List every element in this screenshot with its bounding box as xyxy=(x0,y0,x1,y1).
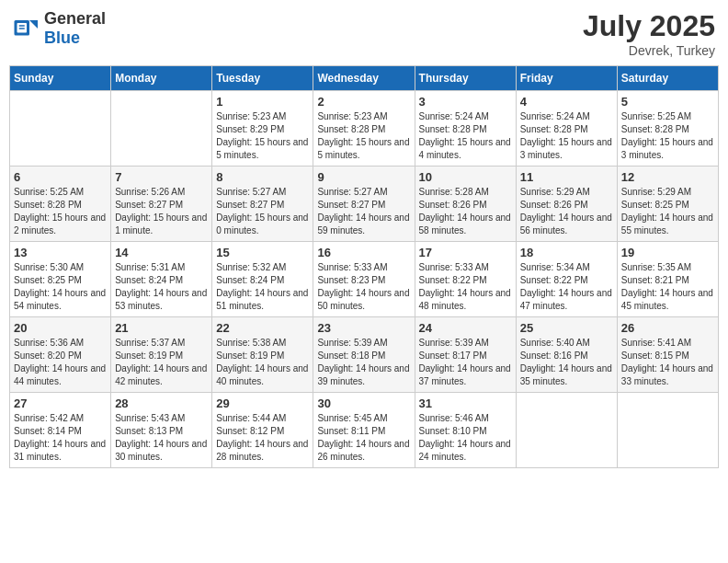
day-detail: Sunrise: 5:27 AMSunset: 8:27 PMDaylight:… xyxy=(216,186,309,237)
day-detail: Sunrise: 5:44 AMSunset: 8:12 PMDaylight:… xyxy=(216,412,309,464)
logo: General Blue xyxy=(13,9,106,48)
logo-text-block: General Blue xyxy=(44,9,106,48)
day-number: 20 xyxy=(14,321,107,335)
day-detail: Sunrise: 5:39 AMSunset: 8:18 PMDaylight:… xyxy=(317,337,410,388)
calendar-title: July 2025 xyxy=(583,9,715,43)
header-tuesday: Tuesday xyxy=(212,66,313,91)
day-detail: Sunrise: 5:37 AMSunset: 8:19 PMDaylight:… xyxy=(115,337,208,388)
weekday-header-row: Sunday Monday Tuesday Wednesday Thursday… xyxy=(10,66,719,91)
day-detail: Sunrise: 5:40 AMSunset: 8:16 PMDaylight:… xyxy=(520,337,613,388)
calendar-week-row: 6Sunrise: 5:25 AMSunset: 8:28 PMDaylight… xyxy=(10,167,719,242)
day-detail: Sunrise: 5:25 AMSunset: 8:28 PMDaylight:… xyxy=(14,186,107,237)
day-detail: Sunrise: 5:41 AMSunset: 8:15 PMDaylight:… xyxy=(621,337,714,388)
day-number: 13 xyxy=(14,246,107,259)
calendar-location: Devrek, Turkey xyxy=(583,43,715,58)
day-detail: Sunrise: 5:36 AMSunset: 8:20 PMDaylight:… xyxy=(14,337,107,388)
day-number: 6 xyxy=(14,170,107,184)
title-block: July 2025 Devrek, Turkey xyxy=(583,9,715,58)
svg-rect-2 xyxy=(19,25,25,27)
day-number: 17 xyxy=(419,246,512,259)
day-number: 11 xyxy=(520,170,613,184)
day-detail: Sunrise: 5:46 AMSunset: 8:10 PMDaylight:… xyxy=(419,412,512,464)
calendar-week-row: 1Sunrise: 5:23 AMSunset: 8:29 PMDaylight… xyxy=(10,91,719,167)
calendar-cell: 2Sunrise: 5:23 AMSunset: 8:28 PMDaylight… xyxy=(313,91,415,167)
day-number: 27 xyxy=(14,396,107,410)
calendar-week-row: 13Sunrise: 5:30 AMSunset: 8:25 PMDayligh… xyxy=(10,242,719,317)
day-detail: Sunrise: 5:31 AMSunset: 8:24 PMDaylight:… xyxy=(115,261,208,313)
calendar-cell xyxy=(516,393,617,468)
calendar-cell: 4Sunrise: 5:24 AMSunset: 8:28 PMDaylight… xyxy=(516,91,617,167)
calendar-cell: 14Sunrise: 5:31 AMSunset: 8:24 PMDayligh… xyxy=(111,242,212,317)
day-number: 21 xyxy=(115,321,208,335)
day-number: 30 xyxy=(317,396,410,410)
calendar-cell xyxy=(10,91,111,167)
calendar-cell: 11Sunrise: 5:29 AMSunset: 8:26 PMDayligh… xyxy=(516,167,617,242)
day-detail: Sunrise: 5:23 AMSunset: 8:29 PMDaylight:… xyxy=(216,110,309,162)
calendar-cell: 30Sunrise: 5:45 AMSunset: 8:11 PMDayligh… xyxy=(313,393,415,468)
calendar-cell: 27Sunrise: 5:42 AMSunset: 8:14 PMDayligh… xyxy=(10,393,111,468)
day-number: 28 xyxy=(115,396,208,410)
header-sunday: Sunday xyxy=(10,66,111,91)
day-number: 3 xyxy=(419,95,512,109)
day-number: 15 xyxy=(216,246,309,259)
day-number: 31 xyxy=(419,396,512,410)
day-number: 29 xyxy=(216,396,309,410)
day-number: 4 xyxy=(520,95,613,109)
calendar-cell: 31Sunrise: 5:46 AMSunset: 8:10 PMDayligh… xyxy=(415,393,516,468)
calendar-cell: 29Sunrise: 5:44 AMSunset: 8:12 PMDayligh… xyxy=(212,393,313,468)
header-friday: Friday xyxy=(516,66,617,91)
calendar-cell: 12Sunrise: 5:29 AMSunset: 8:25 PMDayligh… xyxy=(617,167,718,242)
calendar-cell: 9Sunrise: 5:27 AMSunset: 8:27 PMDaylight… xyxy=(313,167,415,242)
day-number: 23 xyxy=(317,321,410,335)
calendar-week-row: 20Sunrise: 5:36 AMSunset: 8:20 PMDayligh… xyxy=(10,317,719,393)
calendar-cell: 20Sunrise: 5:36 AMSunset: 8:20 PMDayligh… xyxy=(10,317,111,393)
calendar-cell: 7Sunrise: 5:26 AMSunset: 8:27 PMDaylight… xyxy=(111,167,212,242)
calendar-cell: 19Sunrise: 5:35 AMSunset: 8:21 PMDayligh… xyxy=(617,242,718,317)
day-detail: Sunrise: 5:29 AMSunset: 8:26 PMDaylight:… xyxy=(520,186,613,237)
day-detail: Sunrise: 5:25 AMSunset: 8:28 PMDaylight:… xyxy=(621,110,714,162)
calendar-cell: 13Sunrise: 5:30 AMSunset: 8:25 PMDayligh… xyxy=(10,242,111,317)
day-number: 9 xyxy=(317,170,410,184)
day-detail: Sunrise: 5:32 AMSunset: 8:24 PMDaylight:… xyxy=(216,261,309,313)
day-detail: Sunrise: 5:35 AMSunset: 8:21 PMDaylight:… xyxy=(621,261,714,313)
logo-general: General xyxy=(44,9,106,28)
day-number: 10 xyxy=(419,170,512,184)
day-detail: Sunrise: 5:33 AMSunset: 8:22 PMDaylight:… xyxy=(419,261,512,313)
day-detail: Sunrise: 5:24 AMSunset: 8:28 PMDaylight:… xyxy=(520,110,613,162)
calendar-cell: 22Sunrise: 5:38 AMSunset: 8:19 PMDayligh… xyxy=(212,317,313,393)
day-number: 14 xyxy=(115,246,208,259)
day-number: 12 xyxy=(621,170,714,184)
calendar-cell: 18Sunrise: 5:34 AMSunset: 8:22 PMDayligh… xyxy=(516,242,617,317)
day-detail: Sunrise: 5:29 AMSunset: 8:25 PMDaylight:… xyxy=(621,186,714,237)
svg-rect-3 xyxy=(19,28,25,29)
day-detail: Sunrise: 5:38 AMSunset: 8:19 PMDaylight:… xyxy=(216,337,309,388)
svg-marker-4 xyxy=(29,20,38,29)
day-number: 7 xyxy=(115,170,208,184)
calendar-cell: 16Sunrise: 5:33 AMSunset: 8:23 PMDayligh… xyxy=(313,242,415,317)
day-detail: Sunrise: 5:23 AMSunset: 8:28 PMDaylight:… xyxy=(317,110,410,162)
day-detail: Sunrise: 5:28 AMSunset: 8:26 PMDaylight:… xyxy=(419,186,512,237)
day-number: 25 xyxy=(520,321,613,335)
calendar-cell: 8Sunrise: 5:27 AMSunset: 8:27 PMDaylight… xyxy=(212,167,313,242)
day-detail: Sunrise: 5:26 AMSunset: 8:27 PMDaylight:… xyxy=(115,186,208,237)
day-detail: Sunrise: 5:24 AMSunset: 8:28 PMDaylight:… xyxy=(419,110,512,162)
header-thursday: Thursday xyxy=(415,66,516,91)
day-number: 19 xyxy=(621,246,714,259)
calendar-cell: 26Sunrise: 5:41 AMSunset: 8:15 PMDayligh… xyxy=(617,317,718,393)
calendar-cell: 6Sunrise: 5:25 AMSunset: 8:28 PMDaylight… xyxy=(10,167,111,242)
day-number: 2 xyxy=(317,95,410,109)
day-detail: Sunrise: 5:42 AMSunset: 8:14 PMDaylight:… xyxy=(14,412,107,464)
day-detail: Sunrise: 5:34 AMSunset: 8:22 PMDaylight:… xyxy=(520,261,613,313)
day-number: 26 xyxy=(621,321,714,335)
day-detail: Sunrise: 5:27 AMSunset: 8:27 PMDaylight:… xyxy=(317,186,410,237)
calendar-cell: 1Sunrise: 5:23 AMSunset: 8:29 PMDaylight… xyxy=(212,91,313,167)
day-number: 16 xyxy=(317,246,410,259)
calendar-cell: 15Sunrise: 5:32 AMSunset: 8:24 PMDayligh… xyxy=(212,242,313,317)
calendar-cell: 25Sunrise: 5:40 AMSunset: 8:16 PMDayligh… xyxy=(516,317,617,393)
calendar-cell: 10Sunrise: 5:28 AMSunset: 8:26 PMDayligh… xyxy=(415,167,516,242)
header-wednesday: Wednesday xyxy=(313,66,415,91)
calendar-cell: 23Sunrise: 5:39 AMSunset: 8:18 PMDayligh… xyxy=(313,317,415,393)
calendar-cell: 5Sunrise: 5:25 AMSunset: 8:28 PMDaylight… xyxy=(617,91,718,167)
day-number: 5 xyxy=(621,95,714,109)
page-header: General Blue July 2025 Devrek, Turkey xyxy=(9,9,719,58)
